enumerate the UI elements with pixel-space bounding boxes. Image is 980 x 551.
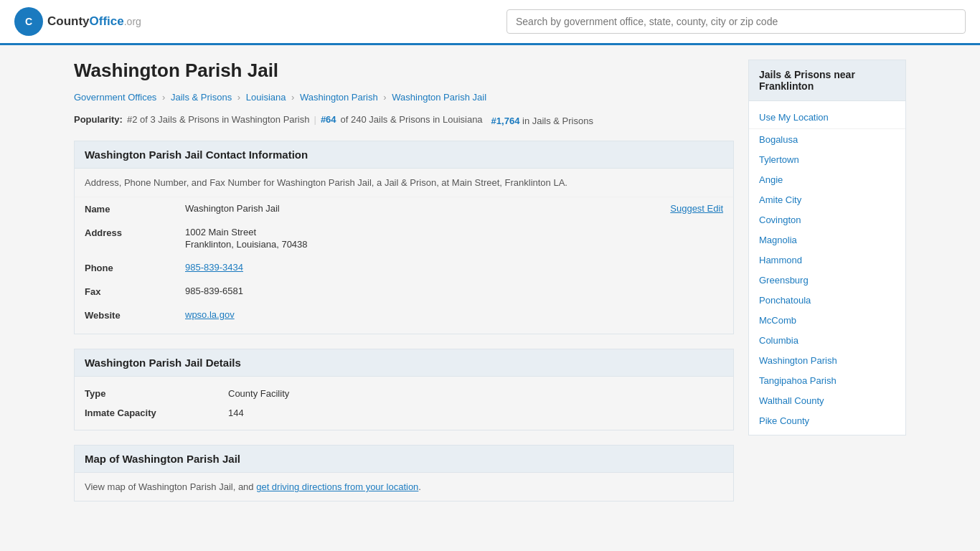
contact-header: Washington Parish Jail Contact Informati… bbox=[75, 141, 733, 169]
contact-address-label: Address bbox=[85, 227, 185, 238]
sidebar-item-tangipahoa-parish: Tangipahoa Parish bbox=[749, 370, 905, 390]
contact-phone-row: Phone 985-839-3434 bbox=[85, 256, 723, 280]
details-capacity-value: 144 bbox=[228, 408, 244, 418]
sidebar-box: Jails & Prisons near Franklinton Use My … bbox=[748, 60, 906, 435]
details-table: Type County Facility Inmate Capacity 144 bbox=[75, 377, 733, 430]
breadcrumb-link-5[interactable]: Washington Parish Jail bbox=[392, 92, 486, 103]
contact-name-value: Washington Parish Jail Suggest Edit bbox=[185, 203, 723, 214]
sidebar-item-angie: Angie bbox=[749, 169, 905, 189]
sidebar-header: Jails & Prisons near Franklinton bbox=[749, 60, 905, 101]
details-type-value: County Facility bbox=[228, 388, 289, 399]
details-header: Washington Parish Jail Details bbox=[75, 349, 733, 377]
map-section: Map of Washington Parish Jail View map o… bbox=[74, 445, 734, 501]
logo-icon: C bbox=[14, 7, 43, 36]
contact-section: Washington Parish Jail Contact Informati… bbox=[74, 141, 734, 334]
sidebar-item-pike-county: Pike County bbox=[749, 410, 905, 430]
sidebar-item-magnolia: Magnolia bbox=[749, 230, 905, 250]
sidebar-item-ponchatoula: Ponchatoula bbox=[749, 290, 905, 310]
details-capacity-row: Inmate Capacity 144 bbox=[85, 403, 723, 423]
contact-fax-label: Fax bbox=[85, 286, 185, 297]
popularity-rank2-bold: #64 bbox=[321, 114, 336, 125]
breadcrumb-link-4[interactable]: Washington Parish bbox=[300, 92, 378, 103]
contact-fax-value: 985-839-6581 bbox=[185, 286, 723, 296]
popularity-rank3: #1,764 in Jails & Prisons bbox=[491, 116, 593, 126]
sidebar-item-hammond: Hammond bbox=[749, 250, 905, 270]
contact-phone-label: Phone bbox=[85, 262, 185, 273]
contact-name-row: Name Washington Parish Jail Suggest Edit bbox=[85, 197, 723, 221]
sidebar-use-location: Use My Location bbox=[749, 105, 905, 129]
sidebar-item-walthall-county: Walthall County bbox=[749, 390, 905, 410]
main-container: Washington Parish Jail Government Office… bbox=[60, 60, 920, 516]
website-link[interactable]: wpso.la.gov bbox=[185, 309, 235, 320]
breadcrumb: Government Offices › Jails & Prisons › L… bbox=[74, 92, 734, 103]
popularity: Popularity: #2 of 3 Jails & Prisons in W… bbox=[74, 113, 734, 126]
details-section: Washington Parish Jail Details Type Coun… bbox=[74, 349, 734, 430]
use-my-location-link[interactable]: Use My Location bbox=[759, 112, 829, 123]
map-header: Map of Washington Parish Jail bbox=[75, 446, 733, 473]
details-type-row: Type County Facility bbox=[85, 384, 723, 403]
contact-fax-row: Fax 985-839-6581 bbox=[85, 280, 723, 303]
sidebar-item-greensburg: Greensburg bbox=[749, 270, 905, 290]
contact-address-row: Address 1002 Main Street Franklinton, Lo… bbox=[85, 221, 723, 256]
contact-address-value: 1002 Main Street Franklinton, Louisiana,… bbox=[185, 227, 723, 250]
contact-website-label: Website bbox=[85, 309, 185, 321]
contact-website-row: Website wpso.la.gov bbox=[85, 303, 723, 326]
details-type-label: Type bbox=[85, 388, 228, 399]
popularity-separator1: | bbox=[314, 114, 316, 125]
content: Washington Parish Jail Government Office… bbox=[74, 60, 734, 516]
sidebar-item-amite-city: Amite City bbox=[749, 189, 905, 209]
details-capacity-label: Inmate Capacity bbox=[85, 408, 228, 418]
suggest-edit-link[interactable]: Suggest Edit bbox=[670, 203, 723, 214]
sidebar-item-covington: Covington bbox=[749, 209, 905, 230]
map-description: View map of Washington Parish Jail, and … bbox=[75, 473, 733, 501]
logo-text: CountyOffice.org bbox=[47, 14, 141, 29]
page-title: Washington Parish Jail bbox=[74, 60, 734, 82]
search-bar bbox=[507, 9, 966, 34]
contact-description: Address, Phone Number, and Fax Number fo… bbox=[75, 169, 733, 197]
directions-link[interactable]: get driving directions from your locatio… bbox=[256, 481, 418, 492]
contact-table: Name Washington Parish Jail Suggest Edit… bbox=[75, 197, 733, 334]
svg-text:C: C bbox=[25, 16, 32, 27]
sidebar-item-mccomb: McComb bbox=[749, 310, 905, 330]
popularity-rank2: of 240 Jails & Prisons in Louisiana bbox=[341, 114, 483, 125]
search-input[interactable] bbox=[507, 9, 966, 34]
sidebar: Jails & Prisons near Franklinton Use My … bbox=[748, 60, 906, 516]
sidebar-item-bogalusa: Bogalusa bbox=[749, 129, 905, 149]
breadcrumb-link-3[interactable]: Louisiana bbox=[246, 92, 286, 103]
address-line1: 1002 Main Street bbox=[185, 227, 723, 237]
contact-name-label: Name bbox=[85, 203, 185, 215]
phone-link[interactable]: 985-839-3434 bbox=[185, 262, 243, 273]
popularity-label: Popularity: bbox=[74, 114, 123, 125]
popularity-rank1: #2 of 3 Jails & Prisons in Washington Pa… bbox=[127, 114, 310, 125]
breadcrumb-link-1[interactable]: Government Offices bbox=[74, 92, 156, 103]
sidebar-item-columbia: Columbia bbox=[749, 330, 905, 350]
address-line2: Franklinton, Louisiana, 70438 bbox=[185, 239, 723, 250]
sidebar-item-tylertown: Tylertown bbox=[749, 149, 905, 169]
sidebar-item-washington-parish: Washington Parish bbox=[749, 350, 905, 370]
breadcrumb-link-2[interactable]: Jails & Prisons bbox=[171, 92, 232, 103]
logo-area: C CountyOffice.org bbox=[14, 7, 141, 36]
contact-phone-value: 985-839-3434 bbox=[185, 262, 723, 273]
sidebar-items-list: Use My Location Bogalusa Tylertown Angie… bbox=[749, 101, 905, 435]
contact-website-value: wpso.la.gov bbox=[185, 309, 723, 320]
header: C CountyOffice.org bbox=[0, 0, 980, 45]
